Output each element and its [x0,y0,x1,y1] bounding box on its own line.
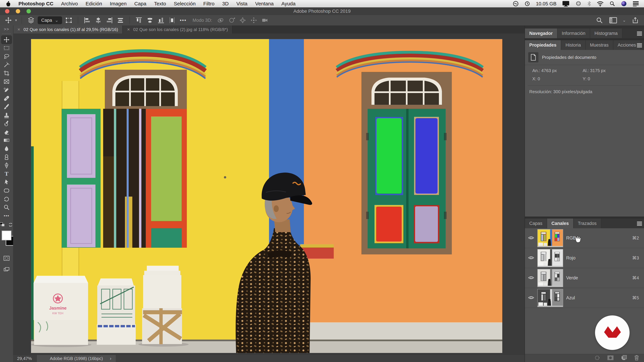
tab-acciones[interactable]: Acciones [613,40,641,50]
tab-historia[interactable]: Historia [561,40,586,50]
distribute-horizontal-icon[interactable] [168,16,176,24]
auto-select-icon[interactable] [27,16,36,24]
dodge-tool[interactable] [1,153,12,161]
3d-roll-icon[interactable] [227,16,236,24]
screen-mode-button[interactable] [1,266,12,274]
menu-3d[interactable]: 3D [222,1,228,6]
align-justify-icon[interactable] [116,16,125,24]
channel-thumbnail-rgb[interactable] [538,229,563,247]
workspace-chevron-icon[interactable]: ⌄ [622,18,626,23]
rectangular-marquee-tool[interactable] [1,44,12,52]
channel-thumbnail-rojo[interactable] [538,249,563,267]
tab-capas[interactable]: Capas [525,219,547,228]
3d-slide-icon[interactable] [250,16,258,24]
quick-mask-button[interactable] [1,254,12,263]
tab-informacion[interactable]: Información [558,28,590,38]
menu-imagen[interactable]: Imagen [110,1,126,6]
menu-ventana[interactable]: Ventana [255,1,274,6]
eyedropper-tool[interactable] [1,86,12,94]
panel-menu-icon[interactable] [637,42,642,48]
auto-select-target-dropdown[interactable]: Capa⌄ [38,16,62,24]
align-horizontal-centers-icon[interactable] [94,16,103,24]
channel-row-azul[interactable]: Azul ⌘5 [525,288,644,308]
bluetooth-icon[interactable] [587,1,591,6]
close-tab-icon[interactable]: × [127,27,130,32]
clone-stamp-tool[interactable] [1,111,12,119]
blur-tool[interactable] [1,144,12,153]
channel-row-verde[interactable]: Verde ⌘4 [525,268,644,288]
apple-menu-icon[interactable] [6,1,11,6]
share-icon[interactable] [631,16,640,24]
more-options-icon[interactable]: ••• [179,16,188,24]
siri-icon[interactable] [621,1,627,7]
gradient-tool[interactable] [1,136,12,144]
document-profile-status[interactable]: Adobe RGB (1998) (16bpc) › [37,355,116,362]
toolbar-grip[interactable] [2,33,11,34]
new-channel-icon[interactable] [621,355,627,361]
creative-cloud-icon[interactable] [513,1,519,7]
healing-brush-tool[interactable] [1,94,12,103]
document-tab-1[interactable]: × 02 Que son los canales (1).tif al 29,5… [13,25,123,33]
wifi-icon[interactable] [597,1,604,6]
crop-tool[interactable] [1,69,12,77]
menu-archivo[interactable]: Archivo [61,1,78,6]
visibility-eye-icon[interactable] [528,275,534,281]
document-tab-2[interactable]: × 02 Que son los canales (2).jpg al 118%… [123,25,232,33]
time-machine-icon[interactable] [524,1,530,6]
minimize-window-button[interactable] [16,9,20,13]
visibility-eye-icon[interactable] [528,235,534,241]
3d-orbit-icon[interactable] [216,16,225,24]
notification-center-icon[interactable] [632,1,639,6]
tab-canales[interactable]: Canales [547,219,574,228]
visibility-eye-icon[interactable] [528,255,534,261]
path-selection-tool[interactable] [1,178,12,186]
move-tool[interactable] [1,35,12,44]
spotlight-icon[interactable] [610,1,615,6]
lasso-tool[interactable] [1,52,12,61]
transform-controls-icon[interactable] [64,16,73,24]
status-chevron-icon[interactable]: › [110,356,111,361]
pen-tool[interactable] [1,161,12,170]
menu-seleccion[interactable]: Selección [174,1,196,6]
3d-pan-icon[interactable] [238,16,247,24]
tab-trazados[interactable]: Trazados [574,219,602,228]
workspace-switcher-icon[interactable] [609,16,618,24]
close-tab-icon[interactable]: × [18,27,20,32]
mini-swatches-icon[interactable] [0,222,5,228]
tab-navegador[interactable]: Navegador [525,28,558,38]
tab-muestras[interactable]: Muestras [586,40,613,50]
history-brush-tool[interactable] [1,119,12,128]
toolbar-collapse-icon[interactable]: >> [0,27,13,31]
eraser-tool[interactable] [1,128,12,136]
active-app-menu[interactable]: Photoshop CC [18,1,53,6]
save-selection-as-channel-icon[interactable] [607,355,614,361]
align-left-edges-icon[interactable] [83,16,92,24]
swap-colors-icon[interactable] [8,222,14,228]
foreground-color-swatch[interactable] [2,231,12,240]
brush-tool[interactable] [1,103,12,111]
menu-capa[interactable]: Capa [134,1,146,6]
frame-tool[interactable] [1,77,12,86]
zoom-level-field[interactable]: 29,47% [13,356,37,361]
panel-menu-icon[interactable] [637,31,642,36]
delete-channel-icon[interactable] [634,355,639,362]
menu-ayuda[interactable]: Ayuda [282,1,296,6]
zoom-tool[interactable] [1,203,12,212]
quick-selection-tool[interactable] [1,61,12,69]
channel-thumbnail-azul[interactable] [538,289,563,307]
close-window-button[interactable] [5,9,10,13]
canvas-image[interactable]: Jasmine KW TEH [31,39,502,353]
memory-status[interactable]: 10.05 GB [536,1,556,6]
search-icon[interactable] [595,16,604,24]
zoom-window-button[interactable] [26,9,31,13]
channel-row-rgb[interactable]: RGB ⌘2 [525,228,644,248]
type-tool[interactable]: T [1,170,12,178]
shape-tool[interactable] [1,186,12,195]
visibility-eye-icon[interactable] [528,295,534,301]
menu-edicion[interactable]: Edición [86,1,102,6]
load-selection-icon[interactable] [594,355,600,361]
channel-thumbnail-verde[interactable] [538,269,563,287]
edit-toolbar-icon[interactable]: ••• [1,212,12,220]
tab-histograma[interactable]: Histograma [590,28,622,38]
tab-propiedades[interactable]: Propiedades [525,40,561,50]
